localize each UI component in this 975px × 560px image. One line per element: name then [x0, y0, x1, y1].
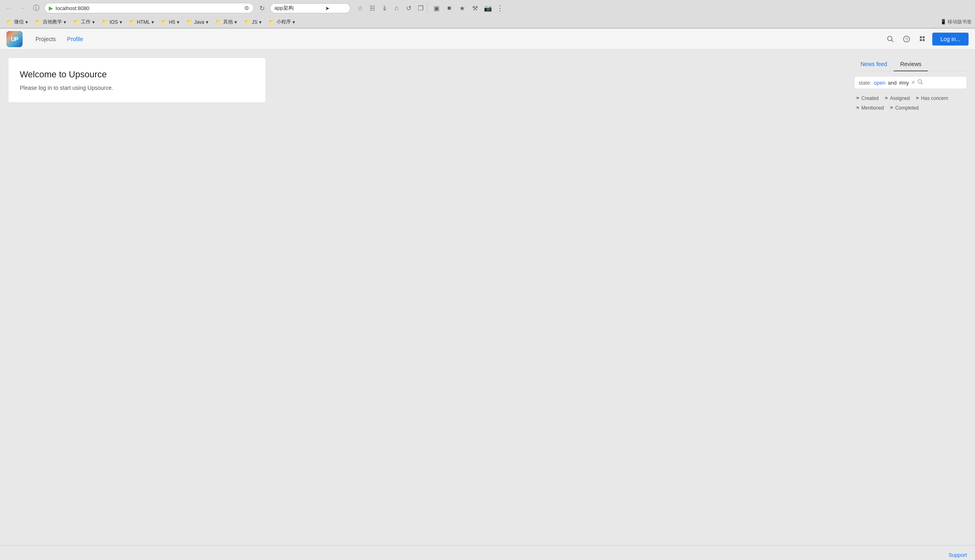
state-label: state:	[859, 80, 871, 86]
bookmark-work[interactable]: 📁 工作 ▾	[70, 17, 98, 27]
home-button[interactable]: ⌂	[391, 2, 402, 14]
folder-icon: 📁	[216, 19, 222, 25]
bookmark-java[interactable]: 📁 Java ▾	[183, 18, 212, 26]
address-bar-container: ▶ ⚙	[44, 3, 254, 13]
welcome-subtitle: Please log in to start using Upsource.	[20, 85, 254, 91]
search-icon-btn[interactable]	[884, 33, 897, 46]
forward-button[interactable]: →	[17, 2, 28, 14]
shield-icon: ▶	[49, 5, 53, 11]
bookmark-icon: ⚑	[915, 96, 919, 101]
help-icon-btn[interactable]: ?	[900, 33, 913, 46]
folder-icon: 📁	[129, 19, 135, 25]
tab-news-feed[interactable]: News feed	[854, 58, 894, 71]
nav-projects[interactable]: Projects	[31, 33, 61, 46]
bookmark-other[interactable]: 📁 其他 ▾	[212, 17, 240, 27]
ext5-button[interactable]: 📷	[482, 2, 494, 14]
filter-has-concern[interactable]: ⚑ Has concern	[914, 95, 950, 102]
bookmark-weixin[interactable]: 📁 微信 ▾	[3, 17, 31, 27]
svg-line-9	[921, 83, 923, 84]
bookmark-icon: ⚑	[856, 106, 860, 111]
grid-icon: ⚙	[244, 5, 249, 11]
folder-icon: 📁	[244, 19, 250, 25]
filter-created[interactable]: ⚑ Created	[854, 95, 880, 102]
download-button[interactable]: ⇓	[379, 2, 390, 14]
folder-icon: 📁	[35, 19, 41, 25]
toolbar-icons: ☆ ☵ ⇓ ⌂ ↺ ❐ ▣ ■ ★ ⚒ 📷 ⋮	[355, 2, 506, 14]
state-query: #my	[899, 80, 909, 86]
bookmark-js[interactable]: 📁 JS ▾	[241, 18, 265, 26]
footer-right: Support Help API	[948, 552, 967, 560]
history-back-button[interactable]: ↺	[403, 2, 414, 14]
logo-text: UP	[11, 36, 18, 42]
nav-profile[interactable]: Profile	[62, 33, 88, 46]
app-nav: Projects Profile	[31, 33, 88, 46]
search-go-button[interactable]	[917, 79, 923, 86]
grid-icon-btn[interactable]	[916, 33, 929, 46]
filter-assigned[interactable]: ⚑ Assigned	[883, 95, 911, 102]
state-value: open	[874, 80, 886, 86]
app-logo: UP	[6, 31, 23, 47]
folder-icon: 📁	[187, 19, 193, 25]
bookmarks-right: 📱 移动版书签	[940, 19, 972, 25]
bookmark-icon: ⚑	[856, 96, 860, 101]
folder-icon: 📁	[102, 19, 108, 25]
folder-icon: 📁	[6, 19, 12, 25]
svg-rect-6	[920, 39, 922, 41]
tabs-bar: News feed Reviews	[854, 58, 967, 71]
footer: Upsource by JetBrains Build 2017.1.1892 …	[0, 545, 975, 560]
ext4-button[interactable]: ⚒	[469, 2, 481, 14]
filter-completed[interactable]: ⚑ Completed	[888, 104, 920, 112]
welcome-card: Welcome to Upsource Please log in to sta…	[8, 58, 266, 103]
main-content: Welcome to Upsource Please log in to sta…	[0, 50, 975, 545]
reload-button[interactable]: ↻	[256, 2, 268, 14]
browser-toolbar: ← → ⓘ ▶ ⚙ ↻ ➤ ☆ ☵ ⇓ ⌂ ↺ ❐ ▣ ■ ★ ⚒ 📷	[0, 0, 975, 16]
content-left: Welcome to Upsource Please log in to sta…	[8, 58, 846, 537]
svg-rect-5	[923, 36, 925, 38]
state-and: and	[888, 80, 897, 86]
tab-reviews[interactable]: Reviews	[894, 58, 928, 71]
share-button[interactable]: ❐	[415, 2, 426, 14]
logo-box: UP	[6, 31, 23, 47]
ext2-button[interactable]: ■	[444, 2, 455, 14]
ext1-button[interactable]: ▣	[431, 2, 442, 14]
svg-rect-4	[920, 36, 922, 38]
bookmark-miniprog[interactable]: 📁 小程序 ▾	[266, 17, 298, 27]
search-bar-container: ➤	[270, 3, 351, 13]
bookmark-h5[interactable]: 📁 H5 ▾	[158, 18, 182, 26]
search-arrow-icon: ➤	[325, 5, 330, 11]
folder-icon: 📁	[161, 19, 167, 25]
ext3-button[interactable]: ★	[456, 2, 468, 14]
header-actions: ? Log in...	[884, 33, 969, 46]
back-button[interactable]: ←	[3, 2, 15, 14]
reader-button[interactable]: ☵	[367, 2, 378, 14]
app-header: UP Projects Profile ? Log	[0, 29, 975, 50]
extensions-area: ▣ ■ ★ ⚒ 📷	[427, 2, 494, 14]
browser-menu-button[interactable]: ⋮	[494, 2, 506, 14]
svg-rect-7	[923, 39, 925, 41]
filter-mentioned[interactable]: ⚑ Mentioned	[854, 104, 886, 112]
address-bar[interactable]	[56, 5, 242, 11]
bookmark-ios[interactable]: 📁 IOS ▾	[99, 18, 125, 26]
bookmark-icon: ⚑	[890, 106, 894, 111]
search-input[interactable]	[274, 5, 323, 11]
svg-text:?: ?	[905, 37, 908, 41]
search-clear-button[interactable]: ×	[911, 79, 915, 86]
svg-line-1	[892, 40, 894, 42]
browser-chrome: ← → ⓘ ▶ ⚙ ↻ ➤ ☆ ☵ ⇓ ⌂ ↺ ❐ ▣ ■ ★ ⚒ 📷	[0, 0, 975, 29]
bookmark-html[interactable]: 📁 HTML ▾	[126, 18, 158, 26]
folder-icon: 📁	[269, 19, 275, 25]
star-button[interactable]: ☆	[355, 2, 366, 14]
right-panel: News feed Reviews state: open and #my × …	[854, 58, 967, 537]
bookmarks-bar: 📁 微信 ▾ 📁 吉他教学 ▾ 📁 工作 ▾ 📁 IOS ▾ 📁 HTML ▾ …	[0, 16, 975, 28]
bookmark-icon: ⚑	[884, 96, 888, 101]
filter-tags: ⚑ Created ⚑ Assigned ⚑ Has concern ⚑ Men…	[854, 93, 967, 113]
support-link[interactable]: Support	[948, 552, 967, 558]
bookmark-jita[interactable]: 📁 吉他教学 ▾	[32, 17, 69, 27]
welcome-title: Welcome to Upsource	[20, 69, 254, 80]
info-button[interactable]: ⓘ	[31, 2, 42, 14]
folder-icon: 📁	[73, 19, 79, 25]
login-button[interactable]: Log in...	[932, 33, 969, 46]
reviews-search: state: open and #my ×	[854, 76, 967, 89]
mobile-bookmarks-label: 📱 移动版书签	[940, 19, 972, 25]
